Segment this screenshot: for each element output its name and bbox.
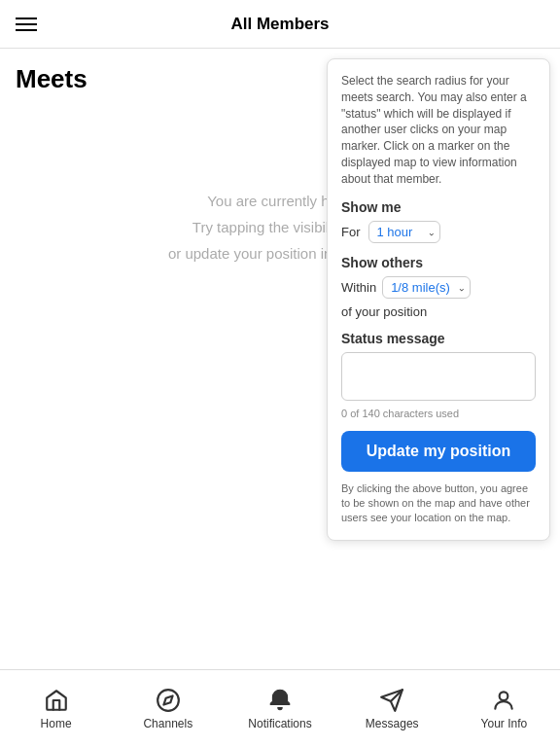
bottom-nav: Home Channels Notifications Messages You…	[0, 669, 560, 747]
svg-marker-5	[163, 695, 172, 704]
duration-select[interactable]: 15 min 30 min 1 hour 2 hours 4 hours 8 h…	[368, 221, 440, 243]
nav-label-home: Home	[41, 717, 72, 730]
for-label: For	[341, 225, 361, 239]
header: All Members	[0, 0, 560, 49]
menu-button[interactable]	[16, 18, 37, 31]
home-icon	[44, 688, 69, 713]
nav-item-home[interactable]: Home	[0, 688, 112, 730]
nav-label-channels: Channels	[143, 717, 192, 730]
svg-point-8	[500, 692, 508, 700]
show-others-row: Within 1/8 mile(s) 1/4 mile(s) 1/2 mile(…	[341, 276, 536, 319]
nav-item-your-info[interactable]: Your Info	[448, 688, 560, 730]
bell-icon	[267, 688, 293, 713]
disclaimer-text: By clicking the above button, you agree …	[341, 481, 536, 526]
show-me-label: Show me	[341, 199, 536, 215]
duration-select-wrapper: 15 min 30 min 1 hour 2 hours 4 hours 8 h…	[368, 221, 440, 243]
nav-label-messages: Messages	[366, 717, 419, 730]
of-position-label: of your position	[341, 304, 427, 319]
show-me-row: For 15 min 30 min 1 hour 2 hours 4 hours…	[341, 221, 536, 243]
distance-select-wrapper: 1/8 mile(s) 1/4 mile(s) 1/2 mile(s) 1 mi…	[382, 276, 471, 299]
main-content: Meets ? You are currently hid...	[0, 49, 560, 669]
header-title: All Members	[230, 15, 329, 34]
distance-select[interactable]: 1/8 mile(s) 1/4 mile(s) 1/2 mile(s) 1 mi…	[382, 276, 471, 299]
update-position-button[interactable]: Update my position	[341, 431, 536, 472]
within-label: Within	[341, 280, 376, 295]
status-message-input[interactable]	[341, 352, 536, 401]
status-message-label: Status message	[341, 331, 536, 346]
popup-panel: Select the search radius for your meets …	[327, 58, 550, 541]
show-others-label: Show others	[341, 255, 536, 270]
nav-item-messages[interactable]: Messages	[336, 688, 448, 730]
popup-description: Select the search radius for your meets …	[341, 73, 536, 188]
compass-icon	[156, 688, 181, 713]
nav-item-channels[interactable]: Channels	[112, 688, 224, 730]
user-icon	[491, 688, 516, 713]
char-count: 0 of 140 characters used	[341, 408, 536, 419]
nav-label-notifications: Notifications	[248, 717, 311, 730]
nav-item-notifications[interactable]: Notifications	[224, 688, 335, 730]
nav-label-your-info: Your Info	[481, 717, 528, 730]
send-icon	[379, 688, 404, 713]
meets-title: Meets	[16, 64, 88, 94]
svg-point-4	[158, 690, 179, 711]
